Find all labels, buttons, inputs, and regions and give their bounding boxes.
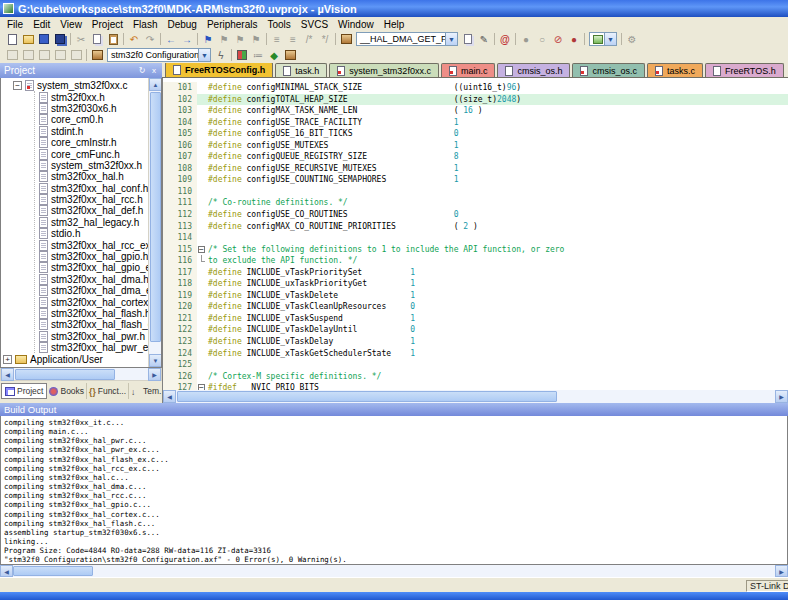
panel-tab-project[interactable]: Project: [1, 383, 47, 399]
load-application-icon[interactable]: [89, 48, 105, 63]
cut-icon[interactable]: ✂: [73, 32, 89, 47]
pin-icon[interactable]: ↻: [136, 65, 148, 76]
scroll-left-icon[interactable]: ◀: [1, 368, 14, 381]
indent-left-icon[interactable]: ≡: [269, 32, 285, 47]
tree-item[interactable]: stm32f0xx_hal_def.h: [1, 205, 148, 216]
scroll-left-icon[interactable]: ◀: [0, 565, 13, 577]
stop-build-icon[interactable]: [68, 48, 84, 63]
close-panel-icon[interactable]: x: [148, 65, 160, 76]
new-file-icon[interactable]: [4, 32, 20, 47]
expand-icon[interactable]: +: [3, 355, 12, 364]
bookmark-prev-icon[interactable]: ⚑: [216, 32, 232, 47]
menu-project[interactable]: Project: [87, 19, 128, 30]
tree-item[interactable]: stm32f0xx.h: [1, 91, 148, 102]
tree-item[interactable]: core_cmFunc.h: [1, 148, 148, 159]
tree-item[interactable]: stm32f0xx_hal_flash.h: [1, 308, 148, 319]
paste-icon[interactable]: [105, 32, 121, 47]
incremental-find-icon[interactable]: ✎: [476, 32, 492, 47]
panel-tab-books[interactable]: Books: [47, 383, 87, 399]
fold-collapse-icon[interactable]: −: [198, 246, 205, 253]
target-options-icon[interactable]: [234, 48, 250, 63]
open-file-icon[interactable]: [20, 32, 36, 47]
project-tree-horizontal-scrollbar[interactable]: ◀ ▶: [0, 368, 162, 381]
editor-tab-tasks-c[interactable]: tasks.c: [647, 63, 703, 77]
navigate-back-icon[interactable]: ←: [163, 32, 179, 47]
bookmark-icon[interactable]: ⚑: [200, 32, 216, 47]
menu-svcs[interactable]: SVCS: [296, 19, 333, 30]
build-output-text[interactable]: compiling stm32f0xx_it.c...compiling mai…: [0, 416, 788, 565]
tree-item[interactable]: stm32f0xx_hal_dma.h: [1, 274, 148, 285]
undo-icon[interactable]: ↶: [126, 32, 142, 47]
editor-tab-cmsis-os-h[interactable]: cmsis_os.h: [497, 63, 570, 77]
tree-item[interactable]: stm32_hal_legacy.h: [1, 217, 148, 228]
tree-item[interactable]: system_stm32f0xx.h: [1, 160, 148, 171]
redo-icon[interactable]: ↷: [142, 32, 158, 47]
build-icon[interactable]: [20, 48, 36, 63]
scroll-right-icon[interactable]: ▶: [148, 368, 161, 381]
scroll-up-icon[interactable]: ▲: [149, 78, 162, 91]
editor-tab-freertos-h[interactable]: FreeRTOS.h: [705, 63, 784, 77]
pack-installer-icon[interactable]: [282, 48, 298, 63]
menu-view[interactable]: View: [55, 19, 87, 30]
rebuild-icon[interactable]: [36, 48, 52, 63]
tree-item[interactable]: core_cm0.h: [1, 114, 148, 125]
build-output-horizontal-scrollbar[interactable]: ◀ ▶: [0, 565, 788, 577]
editor-tab-system-stm32f0xx-c[interactable]: system_stm32f0xx.c: [329, 63, 439, 77]
scroll-thumb[interactable]: [15, 369, 115, 380]
file-extensions-icon[interactable]: ≔: [250, 48, 266, 63]
tree-item[interactable]: stm32f0xx_hal_gpio_ex.h: [1, 262, 148, 273]
tree-item[interactable]: stm32f0xx_hal_pwr.h: [1, 331, 148, 342]
breakpoint-enable-icon[interactable]: ●: [566, 32, 582, 47]
bookmark-next-icon[interactable]: ⚑: [232, 32, 248, 47]
tree-item[interactable]: stm32f0xx_hal_flash_ex.h: [1, 319, 148, 330]
tree-item[interactable]: stdint.h: [1, 126, 148, 137]
editor-horizontal-scrollbar[interactable]: ◀ ▶: [162, 390, 788, 403]
window-layout-combo[interactable]: ▼: [589, 32, 617, 46]
find-text-combo[interactable]: __HAL_DMA_GET_FL ▼: [356, 32, 458, 46]
find-icon[interactable]: [460, 32, 476, 47]
menu-help[interactable]: Help: [379, 19, 410, 30]
editor-tab-freertosconfig-h[interactable]: FreeRTOSConfig.h: [165, 63, 273, 77]
panel-tab-funct[interactable]: {}Funct...: [87, 383, 129, 399]
editor-tab-main-c[interactable]: main.c: [441, 63, 496, 77]
tree-item[interactable]: stm32f0xx_hal_cortex.h: [1, 296, 148, 307]
save-all-icon[interactable]: [52, 32, 68, 47]
indent-right-icon[interactable]: ≡: [285, 32, 301, 47]
tree-item[interactable]: stm32f0xx_hal_conf.h: [1, 183, 148, 194]
flash-download-icon[interactable]: ϟ: [213, 48, 229, 63]
menu-window[interactable]: Window: [333, 19, 379, 30]
comment-icon[interactable]: /*: [301, 32, 317, 47]
menu-peripherals[interactable]: Peripherals: [202, 19, 263, 30]
tree-item[interactable]: core_cmInstr.h: [1, 137, 148, 148]
select-target-combo[interactable]: stm32f0 Configuration ▼: [107, 48, 211, 62]
tree-item[interactable]: stm32f0xx_hal_pwr_ex.h: [1, 342, 148, 353]
scroll-thumb[interactable]: [177, 391, 557, 402]
breakpoint-toggle-icon[interactable]: ●: [518, 32, 534, 47]
copy-icon[interactable]: [89, 32, 105, 47]
tree-item[interactable]: stm32f0xx_hal.h: [1, 171, 148, 182]
scroll-thumb[interactable]: [13, 566, 93, 576]
tree-item[interactable]: stm32f0xx_hal_rcc.h: [1, 194, 148, 205]
breakpoint-disable-icon[interactable]: ○: [534, 32, 550, 47]
uncomment-icon[interactable]: */: [317, 32, 333, 47]
bookmark-clear-icon[interactable]: ⚑: [248, 32, 264, 47]
tree-folder-application-user[interactable]: +Application/User: [1, 353, 148, 364]
tree-item[interactable]: stm32f030x6.h: [1, 103, 148, 114]
scroll-thumb[interactable]: [150, 92, 161, 342]
save-icon[interactable]: [36, 32, 52, 47]
tree-item[interactable]: stdio.h: [1, 228, 148, 239]
project-tree-vertical-scrollbar[interactable]: ▲ ▼: [148, 78, 161, 367]
navigate-forward-icon[interactable]: →: [179, 32, 195, 47]
menu-tools[interactable]: Tools: [263, 19, 296, 30]
find-combo-dropdown-icon[interactable]: ▼: [445, 33, 457, 45]
scroll-right-icon[interactable]: ▶: [775, 565, 788, 577]
debug-session-icon[interactable]: ◆: [266, 48, 282, 63]
find-in-files-icon[interactable]: [338, 32, 354, 47]
window-layout-dropdown-icon[interactable]: ▼: [604, 33, 616, 45]
editor-tab-cmsis-os-c[interactable]: cmsis_os.c: [572, 63, 645, 77]
collapse-icon[interactable]: −: [13, 81, 22, 90]
editor-tab-task-h[interactable]: task.h: [275, 63, 327, 77]
tree-item[interactable]: stm32f0xx_hal_dma_ex.h: [1, 285, 148, 296]
scroll-down-icon[interactable]: ▼: [149, 354, 162, 367]
translate-icon[interactable]: [4, 48, 20, 63]
